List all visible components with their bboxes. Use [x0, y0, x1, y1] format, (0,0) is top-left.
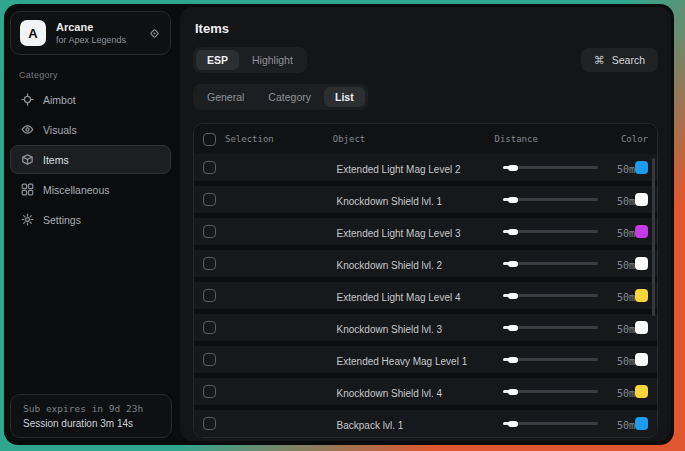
slider-thumb[interactable]: [508, 229, 518, 235]
session-info-card: Sub expires in 9d 23h Session duration 3…: [10, 394, 172, 438]
table-row: Knockdown Shield lvl. 3 50m: [194, 314, 657, 341]
sidebar: A Arcane for Apex Legends Category Aimbo…: [4, 4, 177, 445]
distance-value: 50m: [617, 388, 635, 399]
tab-category[interactable]: Category: [257, 87, 322, 107]
settings-gear-icon: [21, 213, 34, 226]
distance-value: 50m: [617, 356, 635, 367]
distance-value: 50m: [617, 196, 635, 207]
row-checkbox[interactable]: [203, 353, 216, 366]
app-header-card: A Arcane for Apex Legends: [10, 11, 171, 55]
row-checkbox[interactable]: [203, 193, 216, 206]
sidebar-nav: Aimbot Visuals Items Miscellaneous Setti…: [10, 85, 171, 234]
slider-thumb[interactable]: [508, 357, 518, 363]
distance-value: 50m: [617, 420, 635, 431]
visuals-eye-icon: [21, 123, 34, 136]
sidebar-item-aimbot[interactable]: Aimbot: [10, 85, 171, 114]
main-panel: Items ESPHighlight ⌘ Search GeneralCateg…: [180, 7, 671, 441]
mode-tab-group: ESPHighlight: [193, 47, 307, 73]
distance-slider[interactable]: [503, 326, 598, 329]
row-checkbox[interactable]: [203, 257, 216, 270]
distance-slider[interactable]: [503, 390, 598, 393]
distance-slider[interactable]: [503, 262, 598, 265]
color-swatch[interactable]: [635, 193, 648, 206]
color-swatch[interactable]: [635, 225, 648, 238]
color-swatch[interactable]: [635, 161, 648, 174]
color-swatch[interactable]: [635, 257, 648, 270]
page-title: Items: [195, 21, 658, 36]
column-header-distance: Distance: [495, 134, 538, 144]
sidebar-item-visuals[interactable]: Visuals: [10, 115, 171, 144]
sidebar-section-label: Category: [19, 70, 177, 80]
items-box-icon: [21, 153, 34, 166]
tab-highlight[interactable]: Highlight: [241, 50, 304, 70]
row-checkbox[interactable]: [203, 417, 216, 430]
distance-slider[interactable]: [503, 230, 598, 233]
color-swatch[interactable]: [635, 289, 648, 302]
object-name: Extended Light Mag Level 2: [337, 164, 461, 175]
session-duration: Session duration 3m 14s: [23, 418, 159, 429]
table-row: Knockdown Shield lvl. 1 50m: [194, 186, 657, 213]
tab-general[interactable]: General: [196, 87, 255, 107]
object-name: Knockdown Shield lvl. 2: [337, 260, 443, 271]
object-name: Extended Heavy Mag Level 1: [337, 356, 468, 367]
table-row: Knockdown Shield lvl. 2 50m: [194, 250, 657, 277]
slider-thumb[interactable]: [508, 165, 518, 171]
slider-thumb[interactable]: [508, 389, 518, 395]
color-swatch[interactable]: [635, 321, 648, 334]
table-row: Extended Light Mag Level 2 50m: [194, 154, 657, 181]
table-row: Knockdown Shield lvl. 4 50m: [194, 378, 657, 405]
distance-value: 50m: [617, 260, 635, 271]
slider-thumb[interactable]: [508, 421, 518, 427]
tab-list[interactable]: List: [324, 87, 365, 107]
column-header-selection: Selection: [225, 134, 274, 144]
table-row: Extended Heavy Mag Level 1 50m: [194, 346, 657, 373]
row-checkbox[interactable]: [203, 161, 216, 174]
row-checkbox[interactable]: [203, 385, 216, 398]
app-logo: A: [20, 20, 46, 46]
table-row: Extended Light Mag Level 3 50m: [194, 218, 657, 245]
search-button-label: Search: [612, 54, 645, 66]
command-icon: ⌘: [594, 55, 605, 66]
column-header-color: Color: [621, 134, 648, 144]
search-button[interactable]: ⌘ Search: [581, 48, 658, 72]
sidebar-item-items[interactable]: Items: [10, 145, 171, 174]
app-window: A Arcane for Apex Legends Category Aimbo…: [4, 4, 674, 445]
row-checkbox[interactable]: [203, 225, 216, 238]
table-scrollbar-thumb[interactable]: [652, 158, 655, 316]
distance-slider[interactable]: [503, 358, 598, 361]
distance-slider[interactable]: [503, 166, 598, 169]
distance-value: 50m: [617, 292, 635, 303]
slider-thumb[interactable]: [508, 325, 518, 331]
subscription-expiry: Sub expires in 9d 23h: [23, 403, 159, 414]
column-header-object: Object: [333, 134, 366, 144]
color-swatch[interactable]: [635, 417, 648, 430]
object-name: Extended Light Mag Level 3: [337, 228, 461, 239]
distance-slider[interactable]: [503, 294, 598, 297]
table-row: Extended Light Mag Level 4 50m: [194, 282, 657, 309]
aimbot-reticle-icon: [21, 93, 34, 106]
object-name: Knockdown Shield lvl. 4: [337, 388, 443, 399]
select-all-checkbox[interactable]: [203, 133, 216, 146]
slider-thumb[interactable]: [508, 261, 518, 267]
slider-thumb[interactable]: [508, 293, 518, 299]
table-body: Extended Light Mag Level 2 50m Knockdown…: [194, 154, 657, 437]
sidebar-item-settings[interactable]: Settings: [10, 205, 171, 234]
sidebar-item-misc[interactable]: Miscellaneous: [10, 175, 171, 204]
desktop-background: A Arcane for Apex Legends Category Aimbo…: [0, 0, 685, 451]
distance-slider[interactable]: [503, 198, 598, 201]
status-diamond-icon[interactable]: [148, 27, 161, 40]
distance-value: 50m: [617, 324, 635, 335]
row-checkbox[interactable]: [203, 321, 216, 334]
color-swatch[interactable]: [635, 353, 648, 366]
distance-slider[interactable]: [503, 422, 598, 425]
object-name: Knockdown Shield lvl. 1: [337, 196, 443, 207]
distance-value: 50m: [617, 164, 635, 175]
app-name: Arcane: [56, 21, 126, 33]
app-subtitle: for Apex Legends: [56, 35, 126, 45]
object-name: Extended Light Mag Level 4: [337, 292, 461, 303]
tab-esp[interactable]: ESP: [196, 50, 239, 70]
table-header-row: Selection Object Distance Color: [194, 124, 657, 154]
slider-thumb[interactable]: [508, 197, 518, 203]
row-checkbox[interactable]: [203, 289, 216, 302]
color-swatch[interactable]: [635, 385, 648, 398]
